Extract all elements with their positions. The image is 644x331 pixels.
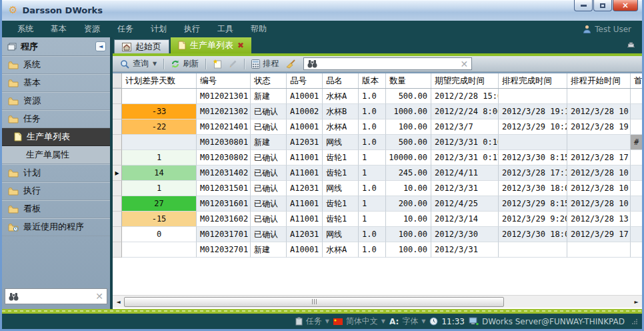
menu-item-6[interactable]: 工具 (209, 23, 242, 35)
sidebar-item-6[interactable]: 计划 (2, 164, 110, 182)
sidebar-item-5[interactable]: 生产单属性 (2, 146, 110, 164)
chevron-down-icon: ▼ (325, 318, 329, 324)
cell-extra (631, 119, 642, 135)
column-header-0[interactable]: 计划差异天数 (122, 73, 197, 88)
table-row-5[interactable]: ▶14M012031402已确认A11001齿轮11245.002012/4/1… (113, 166, 642, 181)
task-label: 任务 (306, 316, 322, 327)
scroll-left-icon[interactable]: ◄ (113, 299, 124, 305)
current-row-marker[interactable]: ▶ (113, 166, 122, 181)
tab-0[interactable]: 起始页 (114, 39, 169, 53)
table-row-2[interactable]: -22M012021401已确认A10001水杯A1.0100.002012/3… (113, 119, 642, 135)
close-button[interactable]: × (613, 0, 638, 11)
sidebar-search-input[interactable] (22, 292, 92, 301)
menu-item-2[interactable]: 资源 (75, 23, 109, 35)
sidebar-item-1[interactable]: 基本 (2, 74, 110, 92)
cell-sched_start: 2012/3/28 10:52 (567, 181, 631, 196)
cell-version: 1 (359, 196, 386, 212)
scroll-right-icon[interactable]: ► (631, 299, 642, 305)
sidebar-collapse-button[interactable]: ◄ (95, 41, 106, 51)
tab-close-icon[interactable]: ✖ (237, 41, 244, 49)
cell-sched_end (499, 89, 567, 104)
home-icon (122, 43, 131, 51)
sidebar-item-label: 生产单列表 (27, 131, 70, 143)
column-header-10[interactable]: 首 (631, 73, 642, 88)
row-header[interactable] (113, 119, 122, 135)
row-header[interactable] (113, 104, 122, 119)
cell-diff (122, 135, 197, 150)
row-header[interactable] (113, 212, 122, 227)
cell-due: 2012/3/30 (431, 227, 499, 242)
clear-search-icon[interactable]: ✕ (95, 292, 103, 301)
cell-due: 2012/3/31 (431, 242, 499, 258)
sidebar-item-0[interactable]: 系统 (2, 56, 110, 74)
column-header-4[interactable]: 品名 (323, 73, 359, 88)
language-selector[interactable]: 简体中文 ▼ (333, 316, 385, 327)
cell-diff: 0 (122, 227, 197, 242)
table-row-0[interactable]: M012021301新建A10001水杯A1.0500.002012/2/28 … (113, 89, 642, 104)
pushpin-icon[interactable] (627, 42, 635, 49)
menu-item-3[interactable]: 任务 (109, 23, 142, 35)
edit-button[interactable] (225, 58, 241, 69)
table-row-7[interactable]: 27M012031601已确认A11001齿轮11200.002012/4/25… (113, 196, 642, 212)
scrollbar-thumb[interactable] (124, 297, 504, 307)
row-header[interactable] (113, 242, 122, 258)
clear-search-icon[interactable]: ✕ (460, 59, 468, 69)
menu-item-5[interactable]: 执行 (175, 23, 209, 35)
table-row-3[interactable]: M012030801新建A12031网线1.0500.002012/3/31 0… (113, 135, 642, 150)
sidebar-item-7[interactable]: 执行 (2, 182, 110, 200)
row-header[interactable] (113, 150, 122, 166)
sidebar-item-label: 系统 (23, 59, 41, 71)
row-header[interactable] (113, 227, 122, 242)
horizontal-scrollbar[interactable]: ◄ ► (113, 295, 642, 308)
column-header-8[interactable]: 排程完成时间 (499, 73, 567, 88)
table-row-10[interactable]: M012032701新建A10001水杯A1.0100.002012/3/31 (113, 242, 642, 258)
row-header[interactable] (113, 181, 122, 196)
cell-diff: 27 (122, 196, 197, 212)
table-row-9[interactable]: 0M012031701已确认A12031网线1.0100.002012/3/30… (113, 227, 642, 242)
column-header-1[interactable]: 编号 (197, 73, 251, 88)
sidebar-item-9[interactable]: 最近使用的程序 (2, 218, 110, 236)
calculator-icon (251, 59, 260, 69)
menu-item-7[interactable]: 帮助 (242, 23, 275, 35)
menu-item-4[interactable]: 计划 (142, 23, 175, 35)
sidebar-item-3[interactable]: 任务 (2, 110, 110, 128)
cell-extra (631, 104, 642, 119)
row-header[interactable] (113, 89, 122, 104)
sidebar-item-8[interactable]: 看板 (2, 200, 110, 218)
sidebar-item-2[interactable]: 资源 (2, 92, 110, 110)
resize-grip[interactable] (631, 318, 638, 325)
tab-1[interactable]: 生产单列表✖ (171, 37, 251, 53)
table-row-1[interactable]: -33M012021302已确认A10002水杯B1.01000.002012/… (113, 104, 642, 119)
new-button[interactable] (209, 57, 225, 70)
column-header-9[interactable]: 排程开始时间 (567, 73, 631, 88)
task-selector[interactable]: 任务 ▼ (295, 316, 329, 327)
user-indicator[interactable]: Test User (583, 25, 635, 34)
menu-item-0[interactable]: 系统 (9, 23, 42, 35)
schedule-button[interactable]: 排程 (248, 57, 282, 71)
restore-button[interactable] (593, 0, 612, 11)
clean-button[interactable] (282, 58, 299, 70)
row-header[interactable] (113, 196, 122, 212)
minimize-button[interactable] (574, 0, 593, 11)
column-header-7[interactable]: 期望完成时间 (431, 73, 499, 88)
menu-item-1[interactable]: 基本 (42, 23, 75, 35)
font-selector[interactable]: A: 字体 ▼ (389, 316, 425, 327)
folder-recent-icon (8, 223, 19, 232)
sidebar-item-4[interactable]: 生产单列表 (2, 128, 110, 146)
cell-item_no: A10001 (287, 242, 323, 258)
sidebar-item-label: 计划 (23, 167, 41, 179)
table-row-4[interactable]: 1M012030802已确认A11001齿轮1110000.002012/3/3… (113, 150, 642, 166)
column-header-2[interactable]: 状态 (251, 73, 287, 88)
table-row-6[interactable]: 1M012031501已确认A12031网线1.010.002012/3/312… (113, 181, 642, 196)
refresh-button[interactable]: 刷新 (167, 57, 202, 71)
table-row-8[interactable]: -15M012031602已确认A11001齿轮1110.002012/3/14… (113, 212, 642, 227)
cell-item_no: A12031 (287, 135, 323, 150)
table-search-input[interactable] (321, 59, 457, 69)
column-header-5[interactable]: 版本 (359, 73, 386, 88)
select-all-corner[interactable] (113, 73, 122, 88)
column-header-6[interactable]: 数量 (386, 73, 431, 88)
row-header[interactable] (113, 135, 122, 150)
cell-item_name: 齿轮1 (323, 212, 359, 227)
column-header-3[interactable]: 品号 (287, 73, 323, 88)
query-button[interactable]: 查询 ▼ (117, 57, 160, 71)
